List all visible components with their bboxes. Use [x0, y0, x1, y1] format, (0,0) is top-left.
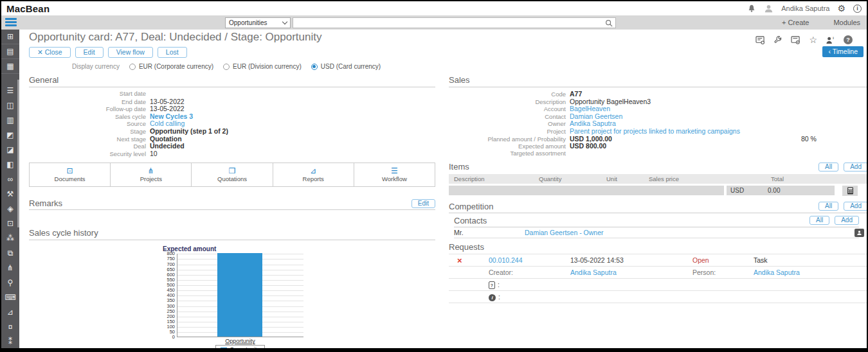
sidebar-item-briefcase-out[interactable]: ◩ [1, 127, 19, 142]
edit-button[interactable]: Edit [75, 47, 104, 58]
tab-workflow[interactable]: ☰Workflow [354, 163, 435, 186]
contacts-add-button[interactable]: Add [835, 216, 859, 225]
y-tick-label: 400 [167, 293, 175, 298]
sidebar-item-calculator[interactable]: ⊞ [1, 30, 19, 44]
column-header: Unit [606, 175, 649, 182]
sidebar-item-binoculars[interactable]: ∞ [1, 172, 19, 186]
sidebar-item-assortment[interactable]: ◈ [1, 201, 19, 216]
modules-button[interactable]: Modules [833, 19, 860, 26]
sidebar-item-presentation[interactable]: ▤ [1, 44, 19, 59]
sales-section-title: Sales [449, 75, 868, 87]
currency-radio-0[interactable] [129, 64, 136, 70]
settings-gear-icon[interactable]: ⚙ [837, 3, 845, 13]
sidebar-item-sitemap[interactable]: ⋔ [1, 260, 19, 275]
field-value: USD 800.00 [570, 142, 606, 150]
opportunity-bar[interactable] [217, 253, 262, 337]
wrench-icon[interactable] [773, 36, 782, 44]
sidebar-item-money[interactable]: ¤ [1, 319, 19, 334]
tab-documents[interactable]: ⊡Documents [30, 163, 111, 186]
sidebar-item-chart[interactable]: ⊿ [1, 304, 19, 319]
sidebar-item-keyboard[interactable]: ⌨ [1, 290, 19, 304]
calculator-icon[interactable] [842, 186, 858, 196]
item-description-input[interactable] [449, 186, 724, 195]
sidebar-item-stock[interactable]: ⧉ [1, 245, 19, 260]
owner-link[interactable]: Andika Saputra [570, 119, 616, 127]
sidebar-item-briefcase-in[interactable]: ◧ [1, 157, 19, 172]
project-link[interactable]: Parent project for projects linked to ma… [570, 127, 740, 135]
timeline-button[interactable]: ‹ Timeline [822, 46, 863, 57]
presentation-icon: ▤ [6, 47, 14, 56]
create-button[interactable]: + Create [782, 19, 809, 26]
sidebar-item-folder[interactable]: ⊡ [1, 216, 19, 231]
contact-link[interactable]: Damian Geertsen [570, 112, 622, 120]
keyboard-icon: ⌨ [5, 293, 15, 302]
sidebar-item-key[interactable]: ⚲ [1, 275, 19, 290]
competition-add-button[interactable]: Add [844, 202, 868, 211]
about-info-icon[interactable]: i [853, 4, 862, 13]
request-number-link[interactable]: 00.010.244 [489, 256, 523, 264]
view-flow-button[interactable]: View flow [108, 47, 153, 58]
sidebar-item-briefcase[interactable]: ◪ [1, 142, 19, 157]
field-value: A77 [570, 90, 582, 98]
notifications-bell-icon[interactable] [747, 4, 756, 13]
person-link[interactable]: Andika Saputra [754, 268, 800, 276]
creator-link[interactable]: Andika Saputra [570, 268, 617, 276]
contact-card-icon[interactable] [854, 229, 864, 237]
card-check-icon[interactable] [755, 36, 765, 44]
menu-hamburger-icon[interactable] [5, 18, 17, 28]
y-tick-label: 350 [167, 298, 175, 303]
items-all-button[interactable]: All [818, 163, 838, 172]
tab-reports[interactable]: ⊿Reports [273, 163, 354, 186]
sales-cycle-link[interactable]: New Cycles 3 [150, 112, 193, 120]
search-icon[interactable] [605, 19, 615, 27]
chevron-down-icon [282, 19, 287, 24]
search-input[interactable] [293, 19, 605, 26]
items-add-button[interactable]: Add [844, 163, 868, 172]
probability-value: 80 % [801, 135, 817, 143]
requests-table: × 00.010.244 13-05-2022 14:53 Open Task … [449, 254, 868, 303]
sidebar-item-tasks[interactable]: ☰ [1, 83, 19, 98]
currency-radio-2[interactable] [311, 64, 318, 70]
card-settings-icon[interactable] [791, 36, 800, 44]
items-header: Items All Add [449, 162, 868, 172]
field-label: Source [29, 120, 150, 127]
sidebar-item-toolbox[interactable]: ⚒ [1, 186, 19, 201]
view-flow-button-label: View flow [116, 48, 145, 56]
lost-button[interactable]: Lost [158, 47, 187, 58]
currency-option-0-label[interactable]: EUR (Corporate currency) [139, 63, 213, 70]
tab-projects[interactable]: ⋔Projects [111, 163, 192, 186]
request-document-icon: ? [489, 281, 495, 289]
y-tick-label: 100 [167, 324, 175, 330]
field-label: Start date [29, 90, 150, 97]
contact-owner-link[interactable]: Damian Geertsen - Owner [525, 229, 604, 236]
sidebar-item-hr[interactable]: ⁑ [1, 334, 19, 349]
close-button[interactable]: ✕ Close [29, 47, 71, 58]
search-scope-select[interactable]: Opportunities [225, 17, 291, 28]
sidebar-item-people[interactable]: ⁂ [1, 231, 19, 245]
contacts-all-button[interactable]: All [809, 216, 829, 225]
competition-all-button[interactable]: All [818, 202, 838, 211]
sidebar-item-bulletin-board[interactable]: ▦ [1, 59, 19, 74]
y-tick-label: 750 [167, 256, 175, 261]
remarks-edit-button[interactable]: Edit [411, 199, 435, 208]
currency-radio-1[interactable] [223, 64, 230, 70]
help-icon[interactable]: ? [844, 35, 853, 44]
tab-quotations[interactable]: ❒Quotations [192, 163, 273, 186]
contacts-block: Contacts All Add Mr. Damian Geertsen - O… [454, 216, 859, 238]
account-link[interactable]: BagelHeaven [570, 105, 610, 112]
header-icon-row: ☆ i ? [755, 35, 853, 45]
y-tick-label: 50 [170, 330, 175, 335]
field-label: Code [449, 91, 570, 98]
delete-request-icon[interactable]: × [457, 256, 462, 265]
user-name[interactable]: Andika Saputra [781, 4, 829, 12]
chart-category-label[interactable]: Opportunity [177, 338, 303, 344]
sidebar-item-calendar[interactable]: ◫ [1, 98, 19, 112]
field-label: Planned amount / Probability [449, 136, 570, 143]
favorite-star-icon[interactable]: ☆ [809, 35, 817, 45]
user-info-icon[interactable]: i [826, 36, 835, 44]
user-avatar-icon[interactable] [764, 4, 773, 13]
sidebar-item-news[interactable]: ▥ [1, 112, 19, 127]
currency-option-2-label[interactable]: USD (Card currency) [321, 63, 381, 70]
currency-option-1-label[interactable]: EUR (Division currency) [233, 63, 302, 70]
source-link[interactable]: Cold calling [150, 119, 185, 127]
